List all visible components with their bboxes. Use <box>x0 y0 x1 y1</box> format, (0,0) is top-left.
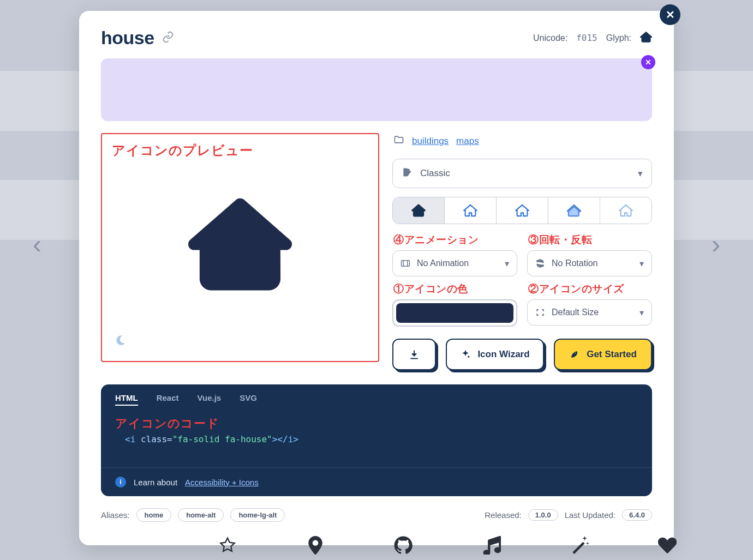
permalink-icon[interactable] <box>162 31 174 45</box>
variant-light-tab[interactable] <box>497 197 548 224</box>
size-value: Default Size <box>552 308 599 317</box>
unicode-label: Unicode: <box>533 33 567 43</box>
annotation-color: ①アイコンの色 <box>393 282 517 296</box>
chevron-down-icon <box>640 258 644 269</box>
icon-name-title: house <box>101 27 154 49</box>
get-started-label: Get Started <box>587 349 637 360</box>
aliases-label: Aliases: <box>101 510 130 520</box>
accessibility-link[interactable]: Accessibility + Icons <box>185 478 259 487</box>
learn-about-label: Learn about <box>134 478 177 487</box>
code-tab-vue[interactable]: Vue.js <box>198 393 222 406</box>
alias-pill[interactable]: home-alt <box>178 508 224 522</box>
animation-value: No Animation <box>417 258 469 268</box>
icon-wizard-label: Icon Wizard <box>477 349 529 360</box>
rotation-select[interactable]: No Rotation <box>527 250 652 276</box>
chevron-down-icon <box>638 168 643 179</box>
close-modal-button[interactable]: ✕ <box>660 4 680 25</box>
size-select[interactable]: Default Size <box>527 299 652 326</box>
unicode-value[interactable]: f015 <box>576 33 597 43</box>
variant-duotone-tab[interactable] <box>548 197 600 224</box>
prev-icon-arrow[interactable]: ‹ <box>33 229 41 259</box>
annotation-rotation: ③回転・反転 <box>528 233 652 247</box>
color-swatch <box>396 303 513 323</box>
background-icon-row <box>218 536 677 555</box>
next-icon-arrow[interactable]: › <box>712 229 720 259</box>
github-icon <box>394 536 413 555</box>
folder-icon <box>393 134 404 148</box>
code-tab-svg[interactable]: SVG <box>240 393 257 406</box>
released-version: 1.0.0 <box>528 509 558 521</box>
icon-preview-large <box>188 192 292 298</box>
promo-banner-close-button[interactable]: ✕ <box>641 55 655 69</box>
animation-select[interactable]: No Animation <box>392 250 517 276</box>
rotation-value: No Rotation <box>552 258 598 268</box>
annotation-size: ②アイコンのサイズ <box>528 282 652 296</box>
variant-solid-tab[interactable] <box>393 197 445 224</box>
annotation-preview: アイコンのプレビュー <box>112 142 368 159</box>
released-label: Released: <box>485 510 522 520</box>
code-tab-html[interactable]: HTML <box>115 393 138 406</box>
category-link-maps[interactable]: maps <box>456 136 479 147</box>
icon-wizard-button[interactable]: Icon Wizard <box>446 339 544 370</box>
annotation-code: アイコンのコード <box>115 416 638 432</box>
color-picker[interactable] <box>392 299 517 327</box>
style-family-select[interactable]: Classic <box>392 159 652 188</box>
glyph-label: Glyph: <box>606 33 631 43</box>
glyph-preview-icon[interactable] <box>640 31 652 45</box>
get-started-button[interactable]: Get Started <box>554 339 652 370</box>
icon-preview-panel: アイコンのプレビュー <box>101 133 379 362</box>
dark-mode-toggle[interactable] <box>115 335 126 348</box>
heart-icon <box>658 536 677 555</box>
category-link-buildings[interactable]: buildings <box>412 136 449 147</box>
map-pin-icon <box>306 536 325 555</box>
info-icon: i <box>115 477 126 487</box>
alias-pill[interactable]: home <box>136 508 172 522</box>
chevron-down-icon <box>640 308 644 318</box>
updated-label: Last Updated: <box>565 510 615 520</box>
style-variant-tabs <box>392 197 652 224</box>
code-snippet[interactable]: <i class="fa-solid fa-house"></i> <box>115 434 638 444</box>
variant-thin-tab[interactable] <box>600 197 652 224</box>
svg-rect-0 <box>402 261 410 267</box>
download-button[interactable] <box>392 339 436 370</box>
alias-pill[interactable]: home-lg-alt <box>230 508 285 522</box>
annotation-animation: ④アニメーション <box>393 233 517 247</box>
icon-detail-modal: ✕ house Unicode: f015 Glyph: ✕ <box>79 11 674 545</box>
star-icon <box>218 536 237 555</box>
updated-version: 6.4.0 <box>622 509 652 521</box>
swatchbook-icon <box>402 167 413 180</box>
promo-banner: ✕ <box>101 58 652 121</box>
style-family-value: Classic <box>420 168 450 179</box>
code-tab-react[interactable]: React <box>157 393 179 406</box>
chevron-down-icon <box>505 258 509 269</box>
code-panel: HTML React Vue.js SVG アイコンのコード <i class=… <box>101 384 652 496</box>
music-icon <box>482 536 501 555</box>
wand-icon <box>570 536 589 555</box>
variant-regular-tab[interactable] <box>445 197 497 224</box>
